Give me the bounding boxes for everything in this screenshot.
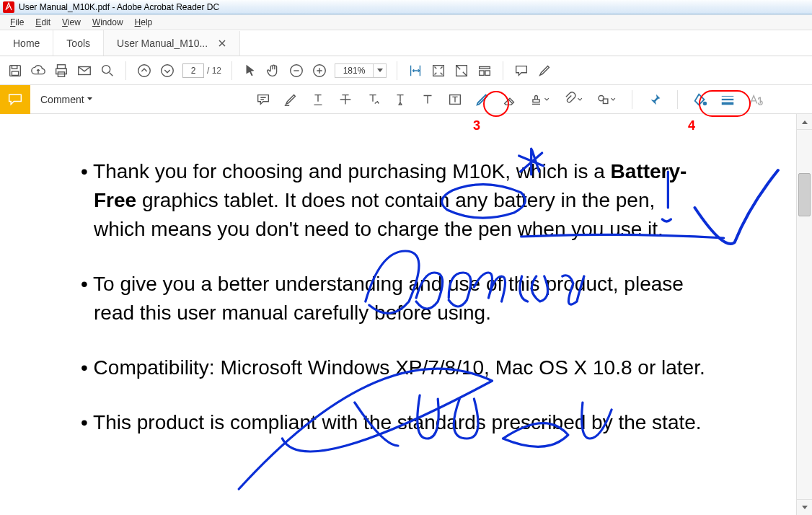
attachment-dropdown-icon[interactable] [562,92,584,107]
document-content: • Thank you for choosing and purchasing … [29,157,710,437]
svg-point-10 [162,64,174,76]
svg-rect-3 [12,71,18,75]
fit-width-icon[interactable] [407,63,423,79]
svg-point-22 [703,102,706,105]
cloud-upload-icon[interactable] [30,63,46,79]
toolbar-separator [125,61,126,80]
highlight-pen-icon[interactable] [537,63,552,79]
acrobat-app-icon [3,1,14,13]
sticky-note-icon[interactable] [255,92,271,107]
tab-document-label: User Manual_M10... [117,38,208,49]
toolbar-separator [677,90,678,109]
scroll-down-icon[interactable] [797,499,812,515]
insert-text-icon[interactable] [392,92,408,107]
pointer-icon[interactable] [242,63,258,79]
page-down-icon[interactable] [159,63,175,79]
toolbar-separator [397,61,397,80]
eraser-icon[interactable] [502,92,518,107]
tab-document[interactable]: User Manual_M10... [104,31,240,56]
window-title-bar: User Manual_M10K.pdf - Adobe Acrobat Rea… [0,0,812,14]
text-box-icon[interactable] [447,92,463,107]
line-weight-icon[interactable] [720,92,736,107]
svg-point-8 [102,65,110,73]
zoom-out-icon[interactable] [288,63,304,79]
tab-home[interactable]: Home [0,30,53,56]
zoom-in-icon[interactable] [312,63,327,79]
menu-file[interactable]: File [4,16,30,29]
menu-window[interactable]: Window [87,16,129,29]
page-current-input[interactable]: 2 [182,63,204,78]
fit-page-icon[interactable] [431,63,446,79]
svg-rect-4 [58,64,66,69]
comment-toolbar: Comment [0,85,812,114]
read-mode-icon[interactable] [477,63,493,79]
menu-view[interactable]: View [56,16,87,29]
tab-bar: Home Tools User Manual_M10... [0,30,812,56]
replace-text-icon[interactable] [365,92,381,107]
stamp-dropdown-icon[interactable] [529,92,551,107]
hand-pan-icon[interactable] [265,63,281,79]
pencil-draw-icon[interactable] [475,92,490,107]
paragraph: • To give you a better understanding and… [29,270,710,327]
svg-rect-15 [480,66,490,69]
page-indicator: 2 / 12 [182,63,221,78]
scroll-track[interactable] [797,130,812,499]
close-icon[interactable] [218,39,226,48]
pin-icon[interactable] [647,92,663,107]
zoom-value-input[interactable]: 181% [335,63,374,78]
svg-rect-2 [12,65,17,69]
document-viewport: • Thank you for choosing and purchasing … [0,114,812,515]
svg-rect-16 [480,71,484,75]
paint-bucket-icon[interactable] [692,92,708,107]
highlight-marker-icon[interactable] [283,92,299,107]
comment-bubble-icon[interactable] [513,63,529,79]
text-properties-icon[interactable] [747,92,763,107]
underline-text-icon[interactable] [310,92,326,107]
shapes-dropdown-icon[interactable] [596,92,617,107]
svg-point-9 [138,64,151,76]
strikethrough-text-icon[interactable] [337,92,353,107]
paragraph: • This product is compliant with the sta… [29,408,710,437]
menu-edit[interactable]: Edit [30,16,56,29]
email-icon[interactable] [76,63,92,79]
comment-dropdown[interactable]: Comment [30,94,104,105]
paragraph: • Compatibility: Microsoft Windows XP/7/… [29,353,710,382]
toolbar-separator [503,61,503,80]
paragraph: • Thank you for choosing and purchasing … [29,157,710,244]
svg-rect-17 [485,71,490,75]
tab-tools[interactable]: Tools [53,30,104,56]
main-toolbar: 2 / 12 181% [0,56,812,85]
annotation-tools [255,90,763,109]
toolbar-separator [231,61,232,80]
page-total-label: / 12 [207,66,221,76]
menu-bar: File Edit View Window Help [0,14,812,30]
page-up-icon[interactable] [136,63,152,79]
search-icon[interactable] [100,63,115,79]
scroll-up-icon[interactable] [797,114,812,130]
fullscreen-icon[interactable] [454,63,469,79]
scroll-thumb[interactable] [798,173,811,216]
add-text-icon[interactable] [420,92,436,107]
toolbar-separator [632,90,632,109]
vertical-scrollbar [796,114,812,515]
document-page[interactable]: • Thank you for choosing and purchasing … [0,114,796,515]
print-icon[interactable] [53,63,69,79]
zoom-dropdown-icon[interactable] [374,63,387,78]
save-icon[interactable] [7,63,23,79]
comment-panel-tab-icon[interactable] [0,85,30,114]
window-title: User Manual_M10K.pdf - Adobe Acrobat Rea… [19,2,219,12]
menu-help[interactable]: Help [129,16,159,29]
svg-rect-19 [533,100,539,102]
comment-label-text: Comment [40,94,84,105]
